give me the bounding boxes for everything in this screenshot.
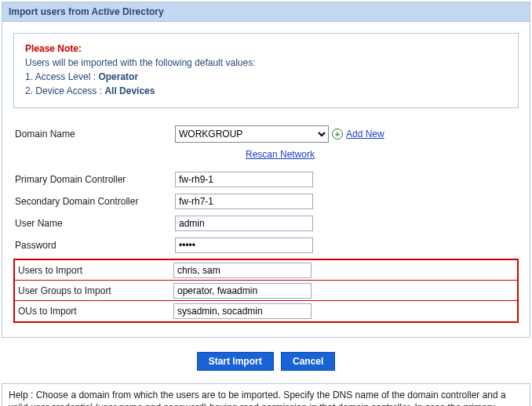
start-import-button[interactable]: Start Import <box>197 352 274 371</box>
note-line-2-prefix: 2. Device Access : <box>25 85 104 96</box>
row-pdc: Primary Domain Controller <box>13 169 519 190</box>
note-line-1-value: Operator <box>98 71 138 82</box>
row-sdc: Secondary Domain Controller <box>13 191 519 212</box>
ous-import-input[interactable] <box>173 303 312 319</box>
row-username: User Name <box>13 213 519 234</box>
add-new-link[interactable]: Add New <box>346 129 384 140</box>
groups-import-input[interactable] <box>173 283 312 299</box>
pdc-label: Primary Domain Controller <box>13 174 175 185</box>
password-input[interactable] <box>175 237 313 253</box>
cancel-button[interactable]: Cancel <box>281 352 335 371</box>
please-note-box: Please Note: Users will be imported with… <box>13 33 519 108</box>
form-area: Domain Name WORKGROUP + Add New Rescan N… <box>13 124 519 323</box>
rescan-link[interactable]: Rescan Network <box>246 149 315 160</box>
row-groups-import: User Groups to Import <box>15 281 517 301</box>
row-ous-import: OUs to Import <box>15 301 517 321</box>
users-import-label: Users to Import <box>16 265 173 276</box>
note-line-1: 1. Access Level : Operator <box>25 70 507 84</box>
row-domain: Domain Name WORKGROUP + Add New <box>13 124 519 144</box>
row-password: Password <box>13 235 519 256</box>
note-title: Please Note: <box>25 42 507 56</box>
domain-label: Domain Name <box>13 129 175 140</box>
sdc-label: Secondary Domain Controller <box>13 196 175 207</box>
username-input[interactable] <box>175 216 313 231</box>
note-line-2: 2. Device Access : All Devices <box>25 84 507 98</box>
help-box: Help : Choose a domain from which the us… <box>2 383 530 406</box>
note-defaults-line: Users will be imported with the followin… <box>25 56 507 70</box>
ous-import-label: OUs to Import <box>16 306 173 317</box>
note-line-2-value: All Devices <box>104 85 155 96</box>
users-import-input[interactable] <box>173 263 312 278</box>
import-highlight-box: Users to Import User Groups to Import OU… <box>13 259 519 323</box>
plus-icon: + <box>332 129 343 140</box>
import-users-panel: Import users from Active Directory Pleas… <box>2 2 530 338</box>
sdc-input[interactable] <box>175 194 313 209</box>
button-bar: Start Import Cancel <box>2 338 530 379</box>
row-rescan: Rescan Network <box>13 146 519 163</box>
row-users-import: Users to Import <box>15 260 517 281</box>
domain-select[interactable]: WORKGROUP <box>175 125 329 143</box>
pdc-input[interactable] <box>175 172 313 187</box>
password-label: Password <box>13 240 175 251</box>
groups-import-label: User Groups to Import <box>16 285 173 296</box>
note-line-1-prefix: 1. Access Level : <box>25 71 98 82</box>
panel-title: Import users from Active Directory <box>2 2 530 22</box>
panel-body: Please Note: Users will be imported with… <box>2 22 530 337</box>
username-label: User Name <box>13 218 175 229</box>
